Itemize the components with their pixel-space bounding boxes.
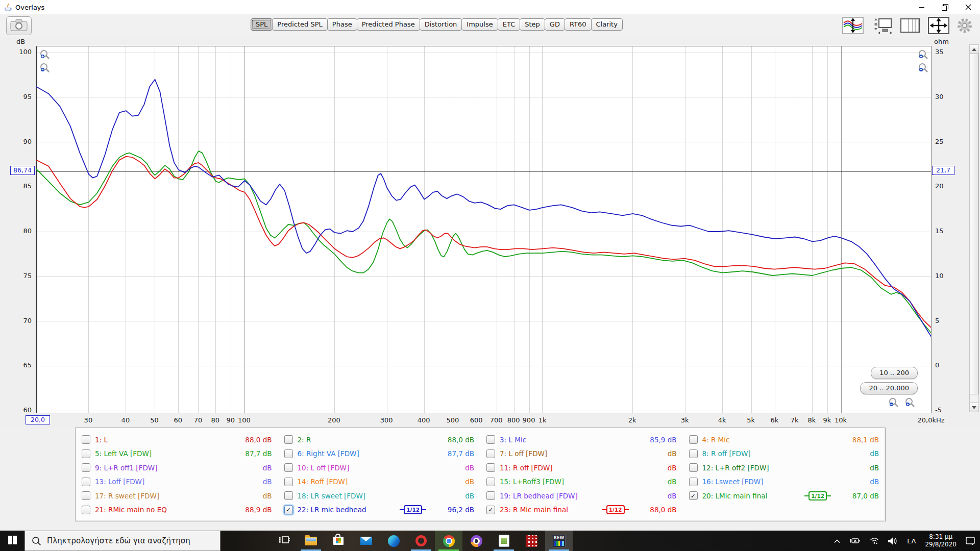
battery-icon[interactable] [845, 531, 865, 551]
measurement-checkbox[interactable] [82, 435, 90, 444]
measurement-checkbox[interactable] [284, 478, 293, 486]
tab-gd[interactable]: GD [545, 18, 565, 31]
task-view-button[interactable] [272, 531, 297, 551]
measurement-checkbox[interactable] [689, 478, 698, 486]
overlay-traces-icon[interactable] [842, 17, 864, 34]
tab-step[interactable]: Step [520, 18, 545, 31]
measurement-label[interactable]: 8: R off [FDW] [702, 449, 751, 458]
measurement-checkbox[interactable] [284, 491, 293, 500]
frequency-bands-icon[interactable] [899, 17, 921, 34]
zoom-in-icon[interactable] [904, 397, 916, 409]
measurement-checkbox[interactable]: ✓ [486, 506, 495, 514]
taskbar-clock[interactable]: 8:31 μμ 29/8/2020 [920, 531, 961, 551]
zoom-out-icon[interactable] [888, 397, 899, 409]
language-indicator[interactable]: ΕΛ [902, 531, 920, 551]
measurement-label[interactable]: 13: Loff [FDW] [95, 478, 144, 486]
measurement-label[interactable]: 10: L off [FDW] [298, 464, 350, 472]
tray-chevron-up-icon[interactable] [829, 531, 845, 551]
taskbar-app-chrome[interactable] [435, 531, 462, 551]
measurement-checkbox[interactable] [486, 491, 495, 500]
measurement-label[interactable]: 4: R Mic [702, 436, 730, 444]
titlebar[interactable]: Overlays [0, 0, 980, 15]
range-20-20000-button[interactable]: 20 .. 20.000 [860, 382, 918, 394]
tab-impulse[interactable]: Impulse [461, 18, 498, 31]
measurement-label[interactable]: 17: R sweet [FDW] [95, 492, 159, 500]
measurement-checkbox[interactable] [284, 463, 293, 472]
measurement-label[interactable]: 18: LR sweet [FDW] [298, 492, 366, 500]
measurement-label[interactable]: 21: RMic main no EQ [95, 506, 167, 514]
smoothing-badge[interactable]: 1/12 [602, 505, 629, 514]
measurement-label[interactable]: 20: LMic main final [702, 492, 768, 500]
tab-distortion[interactable]: Distortion [420, 18, 462, 31]
taskbar-app-libreoffice-calc[interactable] [490, 531, 518, 551]
tab-phase[interactable]: Phase [327, 18, 357, 31]
measurement-label[interactable]: 3: L Mic [500, 436, 526, 444]
zoom-in-icon[interactable] [39, 49, 51, 61]
scroll-down-button[interactable] [970, 403, 978, 412]
taskbar-app-mail[interactable] [352, 531, 380, 551]
measurement-checkbox[interactable] [82, 506, 90, 514]
smoothing-badge[interactable]: 1/12 [400, 505, 426, 514]
tab-clarity[interactable]: Clarity [591, 18, 623, 31]
zoom-in-icon[interactable] [918, 49, 929, 61]
tab-etc[interactable]: ETC [498, 18, 520, 31]
zoom-out-icon[interactable] [918, 63, 929, 74]
capture-graph-button[interactable] [6, 16, 32, 35]
measurement-checkbox[interactable] [82, 491, 90, 500]
measurement-label[interactable]: 22: LR mic bedhead [298, 506, 366, 514]
measurement-checkbox[interactable] [486, 435, 495, 444]
scroll-up-button[interactable] [970, 45, 978, 54]
range-10-200-button[interactable]: 10 .. 200 [871, 367, 918, 379]
measurement-label[interactable]: 1: L [95, 436, 108, 444]
scrollbar-thumb[interactable] [970, 54, 978, 394]
measurement-label[interactable]: 6: Right VA [FDW] [298, 449, 359, 458]
tab-rt60[interactable]: RT60 [565, 18, 592, 31]
measurement-checkbox[interactable] [486, 463, 495, 472]
measurement-checkbox[interactable] [486, 478, 495, 486]
settings-gear-icon[interactable] [957, 17, 973, 34]
measurement-checkbox[interactable] [284, 435, 293, 444]
measurement-checkbox[interactable] [82, 449, 90, 458]
taskbar-app-edge[interactable] [380, 531, 407, 551]
measurement-label[interactable]: 2: R [298, 436, 311, 444]
measurement-label[interactable]: 16: Lsweet [FDW] [702, 478, 764, 486]
spl-plot[interactable]: 10 .. 200 20 .. 20.000 [36, 46, 932, 413]
wifi-icon[interactable] [865, 531, 884, 551]
taskbar-app-red-grid-app[interactable] [518, 531, 545, 551]
measurement-label[interactable]: 9: L+R off1 [FDW] [95, 464, 157, 472]
measurement-checkbox[interactable] [82, 463, 90, 472]
measurement-checkbox[interactable] [689, 463, 698, 472]
taskbar-app-file-explorer[interactable] [297, 531, 325, 551]
measurement-label[interactable]: 19: LR bedhead [FDW] [500, 492, 578, 500]
measurement-label[interactable]: 11: R off [FDW] [500, 464, 553, 472]
taskbar-app-opera[interactable] [407, 531, 435, 551]
restore-button[interactable] [933, 0, 957, 14]
taskbar-app-avast-secure-browser[interactable] [462, 531, 490, 551]
monitor-layout-icon[interactable] [871, 17, 892, 34]
action-center-icon[interactable] [961, 531, 980, 551]
zoom-out-icon[interactable] [39, 63, 51, 74]
measurement-label[interactable]: 23: R Mic main final [500, 506, 568, 514]
close-button[interactable] [957, 0, 980, 14]
measurement-label[interactable]: 7: L off [FDW] [500, 449, 547, 458]
measurement-checkbox[interactable] [486, 449, 495, 458]
measurement-label[interactable]: 14: Roff [FDW] [298, 478, 348, 486]
measurement-checkbox[interactable] [689, 435, 698, 444]
tab-predicted-phase[interactable]: Predicted Phase [357, 18, 420, 31]
measurement-checkbox[interactable]: ✓ [284, 506, 293, 514]
pan-icon[interactable] [928, 17, 949, 34]
measurement-label[interactable]: 15: L+Roff3 [FDW] [500, 478, 564, 486]
measurement-checkbox[interactable] [82, 478, 90, 486]
start-button[interactable] [0, 531, 24, 551]
minimize-button[interactable] [910, 0, 933, 14]
taskbar-app-rew[interactable] [545, 531, 573, 551]
measurement-checkbox[interactable] [689, 449, 698, 458]
measurement-checkbox[interactable] [284, 449, 293, 458]
taskbar-app-microsoft-store[interactable] [325, 531, 352, 551]
measurement-label[interactable]: 5: Left VA [FDW] [95, 449, 152, 458]
tab-spl[interactable]: SPL [251, 18, 273, 31]
vertical-scrollbar[interactable] [969, 44, 979, 412]
measurement-label[interactable]: 12: L+R off2 [FDW] [702, 464, 769, 472]
taskbar-search-input[interactable]: Πληκτρολογήστε εδώ για αναζήτηση [24, 531, 220, 551]
volume-icon[interactable] [884, 531, 902, 551]
